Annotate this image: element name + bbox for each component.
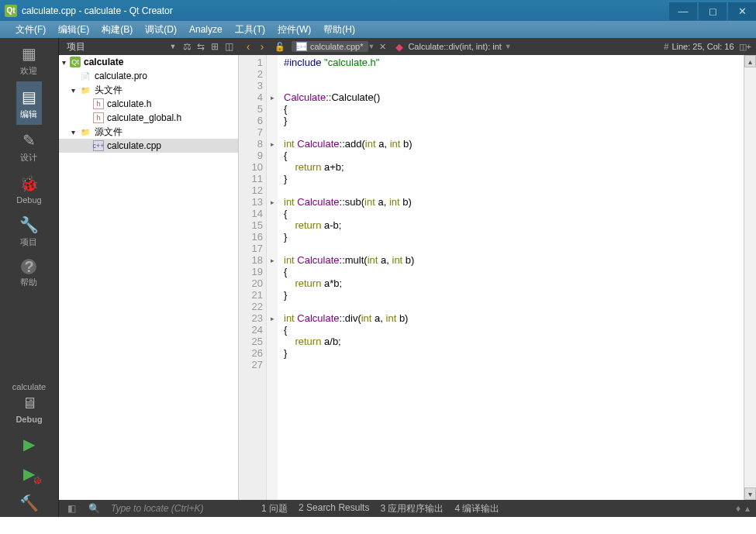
tree-root[interactable]: ▾Qtcalculate xyxy=(59,55,238,69)
window-title: calculate.cpp - calculate - Qt Creator xyxy=(22,5,668,16)
tree-sources-folder[interactable]: ▾📁源文件 xyxy=(59,125,238,139)
menu-item[interactable]: 帮助(H) xyxy=(317,21,361,38)
help-icon: ? xyxy=(21,259,36,274)
cursor-position: Line: 25, Col: 16 xyxy=(671,42,738,51)
output-tab[interactable]: 3 应用程序输出 xyxy=(380,502,444,515)
link-icon[interactable]: ⇆ xyxy=(195,41,206,52)
status-bar: ◧ 🔍 Type to locate (Ctrl+K) 1 问题2 Search… xyxy=(59,500,756,517)
window-controls: — ◻ ✕ xyxy=(668,1,756,20)
menu-item[interactable]: Analyze xyxy=(183,21,229,38)
qt-icon: Qt xyxy=(5,5,17,17)
scroll-up-button[interactable]: ▴ xyxy=(744,55,756,67)
doc-icon: ▤ xyxy=(19,88,38,106)
search-icon: 🔍 xyxy=(88,503,100,514)
menu-item[interactable]: 工具(T) xyxy=(229,21,271,38)
code-editor[interactable]: 1234567891011121314151617181920212223242… xyxy=(239,55,756,500)
menu-item[interactable]: 调试(D) xyxy=(139,21,183,38)
split-icon[interactable]: ◫ xyxy=(223,41,234,52)
menu-item[interactable]: 控件(W) xyxy=(271,21,317,38)
code-area[interactable]: #include "calculate.h" Calculate::Calcul… xyxy=(278,55,744,500)
dropdown-icon[interactable]: ▼ xyxy=(167,41,178,52)
toggle-sidebar-button[interactable]: ◧ xyxy=(65,503,78,514)
cpp-file-icon: c++ xyxy=(296,42,307,51)
pro-file-icon: 📄 xyxy=(79,71,91,81)
mode-design[interactable]: ✎设计 xyxy=(16,125,41,168)
output-tab[interactable]: 1 问题 xyxy=(261,502,288,515)
target-config: Debug xyxy=(16,415,42,424)
lock-icon[interactable]: 🔓 xyxy=(274,42,285,52)
mode-rail: ▦欢迎▤编辑✎设计🐞Debug🔧项目?帮助 calculate 🖥 Debug … xyxy=(0,38,59,517)
nav-back-button[interactable]: ‹ xyxy=(242,40,254,53)
fold-gutter[interactable]: ▸▸▸▸▸ xyxy=(267,55,278,500)
mode-editor[interactable]: ▤编辑 xyxy=(16,81,41,125)
monitor-icon: 🖥 xyxy=(20,394,39,412)
folder-icon: 📁 xyxy=(79,126,91,137)
output-more-button[interactable]: ♦ xyxy=(736,503,740,514)
project-panel-header: 项目 ▼ ⚖ ⇆ ⊞ ◫ xyxy=(59,38,239,55)
qt-project-icon: Qt xyxy=(70,57,81,67)
title-bar: Qt calculate.cpp - calculate - Qt Creato… xyxy=(0,0,756,21)
tree-headers-folder[interactable]: ▾📁头文件 xyxy=(59,83,238,97)
menu-bar: 文件(F)编辑(E)构建(B)调试(D)Analyze工具(T)控件(W)帮助(… xyxy=(0,21,756,38)
close-file-button[interactable]: ✕ xyxy=(379,42,386,52)
target-selector[interactable]: calculate 🖥 Debug xyxy=(0,376,58,429)
run-button[interactable]: ▶ xyxy=(0,429,58,458)
file-dropdown-icon[interactable]: ▼ xyxy=(368,43,375,50)
folder-icon: 📁 xyxy=(79,84,91,95)
project-tree[interactable]: ▾Qtcalculate 📄calculate.pro ▾📁头文件 hcalcu… xyxy=(59,55,239,500)
bookmark-icon[interactable]: ◆ xyxy=(395,41,403,53)
mode-debug[interactable]: 🐞Debug xyxy=(16,168,41,209)
output-close-button[interactable]: ▴ xyxy=(745,503,750,514)
menu-item[interactable]: 文件(F) xyxy=(9,21,52,38)
line-number-gutter[interactable]: 1234567891011121314151617181920212223242… xyxy=(239,55,267,500)
bug-icon: 🐞 xyxy=(19,174,38,193)
output-tab[interactable]: 4 编译输出 xyxy=(454,502,499,515)
mode-welcome[interactable]: ▦欢迎 xyxy=(16,38,41,81)
mode-project[interactable]: 🔧项目 xyxy=(16,209,41,253)
tree-pro-file[interactable]: 📄calculate.pro xyxy=(59,69,238,83)
menu-item[interactable]: 构建(B) xyxy=(95,21,139,38)
split-editor-button[interactable]: ◫+ xyxy=(739,42,751,52)
tree-header-file[interactable]: hcalculate_global.h xyxy=(59,111,238,125)
menu-item[interactable]: 编辑(E) xyxy=(52,21,95,38)
scroll-down-button[interactable]: ▾ xyxy=(744,487,756,500)
target-name: calculate xyxy=(12,382,46,391)
grid-icon: ▦ xyxy=(19,44,38,63)
h-file-icon: h xyxy=(93,98,104,109)
add-icon[interactable]: ⊞ xyxy=(209,41,220,52)
pound-icon[interactable]: # xyxy=(664,42,668,51)
close-button[interactable]: ✕ xyxy=(728,2,756,20)
vertical-scrollbar[interactable]: ▴ ▾ xyxy=(744,55,756,500)
symbol-selector[interactable]: Calculate::div(int, int): int xyxy=(408,42,501,51)
tree-header-file[interactable]: hcalculate.h xyxy=(59,97,238,111)
symbol-dropdown-icon[interactable]: ▼ xyxy=(505,43,512,50)
mode-help[interactable]: ?帮助 xyxy=(16,253,41,293)
filter-icon[interactable]: ⚖ xyxy=(181,41,192,52)
output-tab[interactable]: 2 Search Results xyxy=(299,502,369,515)
file-name: calculate.cpp* xyxy=(310,42,364,51)
locator-input[interactable]: Type to locate (Ctrl+K) xyxy=(111,503,250,514)
project-panel-title: 项目 xyxy=(64,40,85,53)
pencil-icon: ✎ xyxy=(19,131,38,150)
nav-forward-button[interactable]: › xyxy=(256,40,268,53)
maximize-button[interactable]: ◻ xyxy=(699,2,727,20)
build-button[interactable]: 🔨 xyxy=(0,487,58,517)
minimize-button[interactable]: — xyxy=(669,2,697,20)
tree-source-file[interactable]: c++calculate.cpp xyxy=(59,139,238,153)
cpp-file-icon: c++ xyxy=(93,140,104,151)
wrench-icon: 🔧 xyxy=(19,215,38,234)
run-debug-button[interactable]: ▶🐞 xyxy=(0,458,58,487)
editor-toolbar: ‹ › 🔓 c++ calculate.cpp* ▼ ✕ ◆ Calculate… xyxy=(239,38,756,55)
file-selector[interactable]: c++ calculate.cpp* xyxy=(292,41,368,52)
h-file-icon: h xyxy=(93,112,104,123)
